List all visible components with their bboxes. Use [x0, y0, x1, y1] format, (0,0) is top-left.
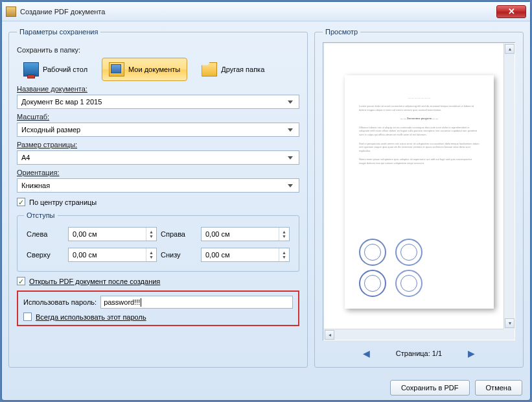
margin-left-input[interactable]: 0,00 см ▲▼: [68, 227, 157, 241]
folder-desktop-button[interactable]: Рабочий стол: [17, 58, 94, 81]
chevron-down-icon: [286, 152, 295, 163]
scroll-left-icon[interactable]: ◂: [325, 330, 334, 340]
doc-name-input[interactable]: Документ Вс мар 1 2015: [17, 95, 299, 109]
prev-page-button[interactable]: ◀: [363, 348, 370, 359]
titlebar: Создание PDF документа ✕: [2, 2, 530, 21]
scroll-up-icon[interactable]: ▴: [505, 44, 515, 54]
dialog-window: Создание PDF документа ✕ Параметры сохра…: [1, 1, 531, 401]
margin-right-value: 0,00 см: [202, 230, 279, 238]
center-page-checkbox-row[interactable]: По центру страницы: [17, 198, 299, 206]
window-title: Создание PDF документа: [20, 8, 496, 16]
password-section: Использовать пароль: password!!! Всегда …: [17, 290, 299, 326]
margin-bottom-input[interactable]: 0,00 см ▲▼: [201, 248, 290, 262]
orientation-select[interactable]: Книжная: [17, 178, 299, 193]
center-page-checkbox[interactable]: [17, 198, 25, 206]
spinner-arrows-icon: ▲▼: [279, 228, 289, 241]
folder-documents-button[interactable]: Мои документы: [102, 58, 187, 81]
always-password-checkbox-row[interactable]: Всегда использовать этот пароль: [23, 313, 293, 321]
pagesize-select[interactable]: A4: [17, 150, 299, 165]
margin-bottom-value: 0,00 см: [202, 251, 279, 259]
margin-bottom-label: Снизу: [161, 251, 197, 259]
save-folder-label: Сохранить в папку:: [17, 46, 299, 54]
spinner-arrows-icon: ▲▼: [146, 248, 156, 261]
margin-right-input[interactable]: 0,00 см ▲▼: [201, 227, 290, 241]
save-params-group: Параметры сохранения Сохранить в папку: …: [8, 28, 308, 368]
margin-top-label: Сверху: [27, 251, 64, 259]
margin-right-label: Справа: [161, 230, 197, 238]
scrollbar-vertical[interactable]: ▴ ▾: [503, 43, 515, 329]
pagesize-value: A4: [21, 154, 30, 161]
folder-documents-label: Мои документы: [128, 65, 180, 73]
always-password-checkbox[interactable]: [23, 313, 32, 321]
stamp-icon: [395, 270, 422, 297]
save-pdf-button[interactable]: Сохранить в PDF: [390, 380, 470, 396]
scrollbar-horizontal[interactable]: ◂ ▸: [324, 329, 503, 340]
stamp-icon: [395, 239, 422, 266]
chevron-down-icon: [286, 124, 295, 135]
open-after-checkbox[interactable]: [17, 277, 25, 285]
save-params-legend: Параметры сохранения: [17, 28, 100, 36]
dialog-footer: Сохранить в PDF Отмена: [2, 375, 530, 400]
text-caret-icon: [141, 298, 141, 307]
margin-left-value: 0,00 см: [69, 230, 146, 238]
page-indicator: Страница: 1/1: [396, 349, 442, 357]
folder-icon: [202, 62, 217, 77]
app-icon: [6, 6, 16, 17]
scroll-down-icon[interactable]: ▾: [505, 318, 515, 328]
scale-value: Исходный размер: [21, 126, 80, 134]
scrollbar-corner: [503, 329, 515, 340]
cancel-button[interactable]: Отмена: [475, 380, 522, 396]
chevron-down-icon: [286, 97, 295, 107]
pagesize-label: Размер страницы:: [17, 141, 299, 148]
chevron-down-icon: [286, 180, 295, 191]
preview-legend: Просмотр: [323, 28, 360, 36]
stamp-icon: [359, 270, 386, 297]
margin-top-value: 0,00 см: [69, 251, 146, 259]
preview-frame: — — — — — — — Lorem ipsum dolor sit amet…: [323, 42, 515, 340]
folder-other-label: Другая папка: [221, 65, 264, 73]
margins-legend: Отступы: [24, 211, 58, 219]
scale-label: Масштаб:: [17, 113, 299, 121]
doc-name-value: Документ Вс мар 1 2015: [21, 98, 102, 106]
spinner-arrows-icon: ▲▼: [146, 228, 156, 241]
always-password-label: Всегда использовать этот пароль: [36, 313, 146, 321]
password-label: Использовать пароль:: [23, 298, 97, 306]
documents-icon: [109, 62, 124, 77]
spinner-arrows-icon: ▲▼: [279, 248, 289, 261]
doc-name-label: Название документа:: [17, 85, 299, 93]
margin-left-label: Слева: [27, 230, 64, 238]
preview-group: Просмотр — — — — — — — Lorem ipsum dolor…: [314, 28, 524, 368]
next-page-button[interactable]: ▶: [468, 348, 475, 359]
folder-other-button[interactable]: Другая папка: [195, 58, 271, 81]
scale-select[interactable]: Исходный размер: [17, 123, 299, 137]
save-pdf-label: Сохранить в PDF: [401, 384, 459, 392]
folder-desktop-label: Рабочий стол: [43, 65, 87, 73]
open-after-label: Открыть PDF документ после создания: [29, 278, 160, 285]
password-value: password!!!: [104, 298, 140, 306]
cancel-label: Отмена: [486, 384, 511, 392]
password-input[interactable]: password!!!: [100, 296, 293, 309]
orientation-label: Ориентация:: [17, 169, 299, 176]
close-icon: ✕: [508, 6, 515, 16]
stamp-icon: [359, 239, 386, 266]
center-page-label: По центру страницы: [29, 198, 97, 206]
preview-page: — — — — — — — Lorem ipsum dolor sit amet…: [345, 75, 494, 309]
close-button[interactable]: ✕: [496, 5, 526, 18]
orientation-value: Книжная: [21, 182, 50, 189]
desktop-icon: [23, 62, 39, 77]
margin-top-input[interactable]: 0,00 см ▲▼: [68, 248, 157, 262]
open-after-checkbox-row[interactable]: Открыть PDF документ после создания: [17, 277, 299, 285]
margins-group: Отступы Слева 0,00 см ▲▼ Справа 0,00 см …: [17, 211, 299, 272]
